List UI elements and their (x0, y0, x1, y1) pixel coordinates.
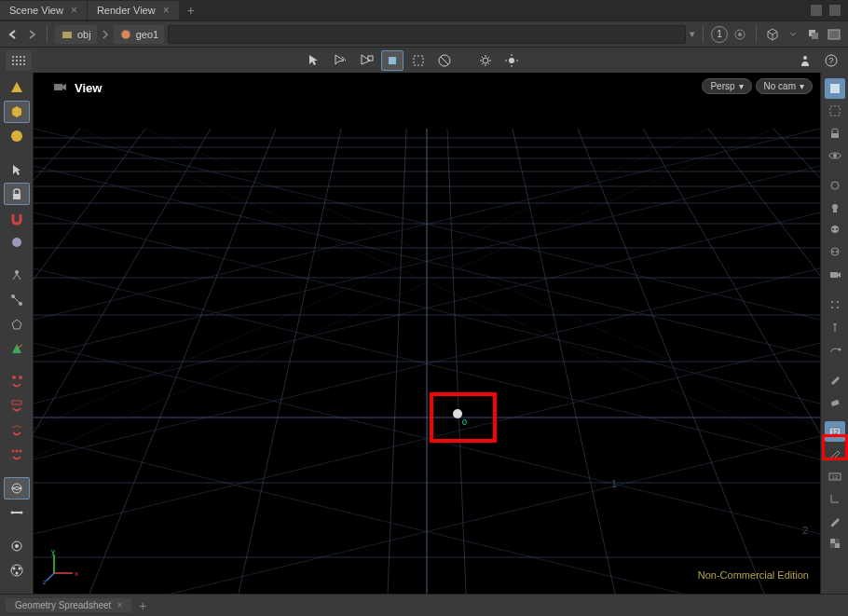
angle-icon[interactable] (825, 488, 845, 509)
skull2-icon[interactable] (825, 242, 845, 263)
main-area: View Persp ▾ No cam ▾ (0, 73, 848, 594)
svg-point-48 (10, 512, 13, 514)
edge-icon[interactable] (4, 289, 30, 311)
svg-point-117 (832, 228, 834, 230)
camera-dropdown[interactable]: No cam ▾ (756, 78, 813, 94)
panel-icon[interactable] (826, 26, 842, 43)
construction-plane-icon[interactable] (4, 477, 30, 500)
svg-point-116 (831, 226, 839, 233)
eraser-icon[interactable] (825, 391, 845, 412)
display-all-icon[interactable] (825, 78, 845, 99)
select-face-icon[interactable] (355, 50, 377, 71)
camera-icon[interactable] (825, 265, 845, 285)
path-segment-geo[interactable]: geo1 (114, 25, 164, 44)
target-icon[interactable] (732, 26, 748, 43)
select-object-icon[interactable] (381, 50, 403, 71)
bottom-tab-spreadsheet[interactable]: Geometry Spreadsheet × (6, 598, 131, 612)
svg-line-95 (34, 166, 820, 357)
snap-points-icon[interactable] (4, 371, 30, 393)
cube-down-icon[interactable] (785, 26, 801, 43)
snap-grid-icon[interactable] (4, 395, 30, 418)
pointer-tool[interactable] (4, 158, 30, 181)
svg-rect-42 (12, 401, 21, 404)
sphere-yellow-icon[interactable] (4, 125, 30, 147)
svg-text:12: 12 (831, 474, 838, 480)
viewport-grid: 1 2 (34, 73, 820, 594)
normals-icon[interactable] (4, 337, 30, 360)
vertex-icon[interactable] (4, 265, 30, 287)
minimize-button[interactable] (811, 5, 822, 16)
select-arrow-icon[interactable] (303, 50, 325, 71)
viewport-3d[interactable]: View Persp ▾ No cam ▾ (34, 73, 820, 594)
sphere-tool[interactable] (4, 231, 30, 253)
lock-tool[interactable] (4, 183, 30, 205)
orbit-icon[interactable] (825, 145, 845, 166)
ortho-icon[interactable] (4, 501, 30, 524)
highlight-annotation-center (430, 392, 497, 443)
lock-icon[interactable] (825, 123, 845, 144)
add-bottom-tab[interactable]: + (131, 598, 154, 613)
close-icon[interactable]: × (71, 4, 77, 17)
cube-yellow-icon[interactable] (4, 101, 30, 123)
render-icon[interactable] (4, 535, 30, 557)
path-label: geo1 (136, 29, 158, 40)
svg-rect-21 (389, 57, 396, 64)
show-trails-icon[interactable] (825, 339, 845, 360)
gizmo-icon[interactable] (825, 175, 845, 196)
label-12-icon[interactable]: 12 (825, 466, 845, 486)
skull-icon[interactable] (825, 220, 845, 240)
tab-label: Render View (97, 5, 156, 16)
transparency-icon[interactable] (825, 533, 845, 554)
snap-curve-icon[interactable] (4, 419, 30, 442)
tab-scene-view[interactable]: Scene View × (0, 1, 87, 20)
radius-select-icon[interactable] (433, 50, 456, 71)
svg-text:z: z (43, 578, 47, 584)
svg-line-89 (34, 166, 820, 357)
viewport-toolbar: ? (0, 47, 848, 73)
path-input[interactable] (168, 25, 686, 44)
help-icon[interactable]: ? (820, 50, 842, 71)
svg-line-84 (145, 129, 820, 594)
face-icon[interactable] (4, 313, 30, 335)
maximize-button[interactable] (829, 5, 841, 16)
brush-icon[interactable] (825, 369, 845, 390)
forward-button[interactable] (24, 27, 39, 42)
add-tab-button[interactable]: + (180, 0, 202, 21)
select-edge-icon[interactable] (329, 50, 351, 71)
box-icon[interactable] (764, 26, 781, 43)
show-normals-icon[interactable] (825, 317, 845, 337)
magnet-red-icon[interactable] (4, 207, 30, 229)
area-select-icon[interactable] (407, 50, 430, 71)
persp-dropdown[interactable]: Persp ▾ (702, 78, 751, 94)
svg-line-94 (34, 129, 820, 320)
close-icon[interactable]: × (163, 4, 170, 17)
dropdown-icon[interactable]: ▾ (690, 28, 695, 40)
svg-rect-137 (830, 543, 835, 548)
svg-line-74 (89, 129, 276, 594)
edit-icon[interactable] (825, 511, 845, 531)
grid-menu-button[interactable] (6, 50, 32, 71)
svg-point-26 (509, 58, 514, 63)
layers-icon[interactable] (805, 26, 822, 43)
svg-line-79 (513, 129, 615, 594)
svg-rect-136 (835, 539, 840, 543)
triangle-yellow-icon[interactable] (4, 76, 30, 99)
close-icon[interactable]: × (116, 600, 122, 610)
svg-line-85 (80, 129, 820, 594)
edition-watermark: Non-Commercial Edition (698, 569, 809, 581)
path-segment-obj[interactable]: obj (55, 25, 97, 44)
snap-multi-icon[interactable] (4, 444, 30, 466)
person-icon[interactable] (794, 50, 816, 71)
svg-point-17 (20, 63, 21, 65)
reel-icon[interactable] (4, 559, 30, 582)
viewer-index[interactable]: 1 (711, 26, 728, 43)
ghost-icon[interactable] (825, 101, 845, 121)
bulb-icon[interactable] (825, 198, 845, 218)
svg-line-96 (34, 212, 820, 404)
show-points-icon[interactable] (825, 294, 845, 315)
svg-rect-22 (414, 56, 423, 65)
sun-icon[interactable] (500, 50, 523, 71)
back-button[interactable] (6, 27, 21, 42)
tab-render-view[interactable]: Render View × (88, 1, 179, 20)
gear-icon[interactable] (474, 50, 497, 71)
